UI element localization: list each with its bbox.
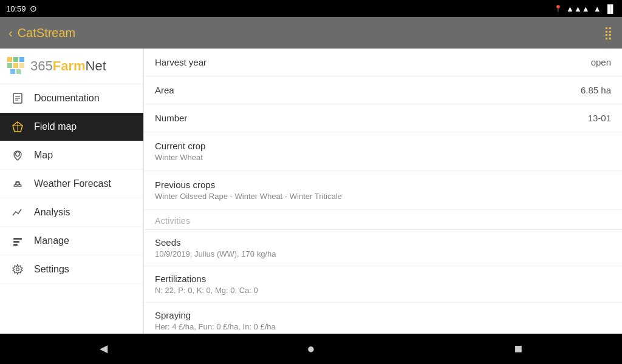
- sidebar-item-label-documentation: Documentation: [34, 93, 100, 104]
- logo-text: 365FarmNet: [30, 58, 106, 74]
- current-crop-value: Winter Wheat: [155, 153, 205, 162]
- location-icon: 📍: [554, 5, 562, 13]
- sidebar-logo: 365FarmNet: [0, 49, 143, 84]
- svg-point-20: [16, 268, 19, 271]
- number-label: Number: [155, 113, 187, 123]
- svg-rect-18: [13, 241, 19, 243]
- sidebar-item-label-map: Map: [34, 150, 53, 161]
- signal-bars-icon: ▲▲▲: [566, 4, 590, 13]
- sidebar-item-label-field-map: Field map: [34, 121, 77, 132]
- menu-grid-icon[interactable]: ⣿: [604, 25, 613, 40]
- svg-rect-1: [13, 57, 18, 62]
- back-button[interactable]: ‹: [9, 26, 13, 40]
- current-crop-row: Current crop Winter Wheat: [144, 132, 622, 171]
- logo-icon: [7, 57, 30, 75]
- settings-gear-icon: [10, 263, 26, 275]
- previous-crops-value: Winter Oilseed Rape - Winter Wheat - Win…: [155, 192, 342, 201]
- svg-rect-4: [13, 63, 18, 68]
- app-header: ‹ CatStream ⣿: [0, 17, 622, 49]
- activity-spraying-row: Spraying Her: 4 £/ha, Fun: 0 £/ha, In: 0…: [144, 303, 622, 334]
- svg-rect-2: [19, 57, 24, 62]
- svg-rect-5: [19, 63, 24, 68]
- content-area: Harvest year open Area 6.85 ha Number 13…: [144, 49, 622, 334]
- header-title: CatStream: [18, 26, 76, 40]
- status-bar: 10:59 ⊙ 📍 ▲▲▲ ▲ ▐▌: [0, 0, 622, 17]
- analysis-icon: [10, 206, 26, 218]
- previous-crops-label: Previous crops: [155, 180, 342, 190]
- main-layout: 365FarmNet Documentation: [0, 49, 622, 334]
- previous-crops-row: Previous crops Winter Oilseed Rape - Win…: [144, 171, 622, 210]
- bottom-navigation-bar: ◄ ● ■: [0, 334, 622, 364]
- sidebar-item-weather-forecast[interactable]: Weather Forecast: [0, 170, 143, 198]
- sidebar-navigation: Documentation Field map Map: [0, 84, 143, 334]
- fieldmap-icon: [10, 121, 26, 133]
- svg-rect-19: [13, 244, 18, 246]
- sidebar-item-analysis[interactable]: Analysis: [0, 198, 143, 227]
- activity-fertilizations-row: Fertilizations N: 22, P: 0, K: 0, Mg: 0,…: [144, 266, 622, 303]
- doc-icon: [10, 92, 26, 104]
- logo-net: Net: [86, 58, 106, 73]
- recent-button-nav[interactable]: ■: [500, 337, 536, 361]
- battery-icon: ▐▌: [605, 4, 616, 13]
- area-row: Area 6.85 ha: [144, 76, 622, 104]
- manage-icon: [10, 235, 26, 247]
- sidebar-item-label-manage: Manage: [34, 235, 69, 246]
- sidebar-item-label-weather-forecast: Weather Forecast: [34, 178, 111, 189]
- map-pin-icon: [10, 149, 26, 161]
- harvest-year-row: Harvest year open: [144, 49, 622, 76]
- status-bar-left: 10:59 ⊙: [6, 4, 37, 13]
- sidebar-item-settings[interactable]: Settings: [0, 255, 143, 284]
- sidebar-item-label-analysis: Analysis: [34, 207, 70, 218]
- logo-365: 365: [30, 58, 53, 73]
- sidebar-item-label-settings: Settings: [34, 264, 69, 275]
- wifi-icon: ▲: [593, 4, 601, 13]
- area-label: Area: [155, 85, 174, 95]
- sidebar-item-field-map[interactable]: Field map: [0, 113, 143, 141]
- activity-seeds-row: Seeds 10/9/2019, Julius (WW), 170 kg/ha: [144, 230, 622, 266]
- sidebar-item-manage[interactable]: Manage: [0, 227, 143, 255]
- header-left: ‹ CatStream: [9, 26, 75, 40]
- current-crop-label: Current crop: [155, 141, 205, 151]
- area-value: 6.85 ha: [581, 85, 611, 95]
- previous-crops-left: Previous crops Winter Oilseed Rape - Win…: [155, 180, 342, 201]
- activity-seeds-title: Seeds: [155, 237, 611, 248]
- weather-icon: [10, 178, 26, 190]
- back-button-nav[interactable]: ◄: [86, 337, 122, 361]
- number-value: 13-01: [588, 113, 611, 123]
- status-circle-icon: ⊙: [30, 4, 37, 13]
- svg-rect-0: [7, 57, 12, 62]
- harvest-year-value: open: [591, 57, 611, 67]
- current-crop-left: Current crop Winter Wheat: [155, 141, 205, 162]
- sidebar-item-map[interactable]: Map: [0, 141, 143, 170]
- svg-rect-3: [7, 63, 12, 68]
- status-bar-right: 📍 ▲▲▲ ▲ ▐▌: [554, 4, 616, 13]
- svg-rect-6: [10, 69, 15, 74]
- header-right[interactable]: ⣿: [604, 25, 613, 40]
- logo-farm: Farm: [53, 58, 86, 73]
- time-display: 10:59: [6, 4, 26, 13]
- sidebar-item-documentation[interactable]: Documentation: [0, 84, 143, 113]
- number-row: Number 13-01: [144, 104, 622, 132]
- activities-section-header: Activities: [144, 210, 622, 230]
- activity-fertilizations-detail: N: 22, P: 0, K: 0, Mg: 0, Ca: 0: [155, 286, 611, 295]
- activity-seeds-detail: 10/9/2019, Julius (WW), 170 kg/ha: [155, 249, 611, 258]
- svg-rect-17: [13, 238, 22, 240]
- sidebar: 365FarmNet Documentation: [0, 49, 144, 334]
- activity-fertilizations-title: Fertilizations: [155, 274, 611, 284]
- svg-rect-7: [16, 69, 21, 74]
- home-button-nav[interactable]: ●: [293, 337, 329, 361]
- activity-spraying-title: Spraying: [155, 310, 611, 320]
- harvest-year-label: Harvest year: [155, 57, 207, 67]
- svg-point-15: [16, 152, 20, 157]
- activity-spraying-detail: Her: 4 £/ha, Fun: 0 £/ha, In: 0 £/ha: [155, 322, 611, 331]
